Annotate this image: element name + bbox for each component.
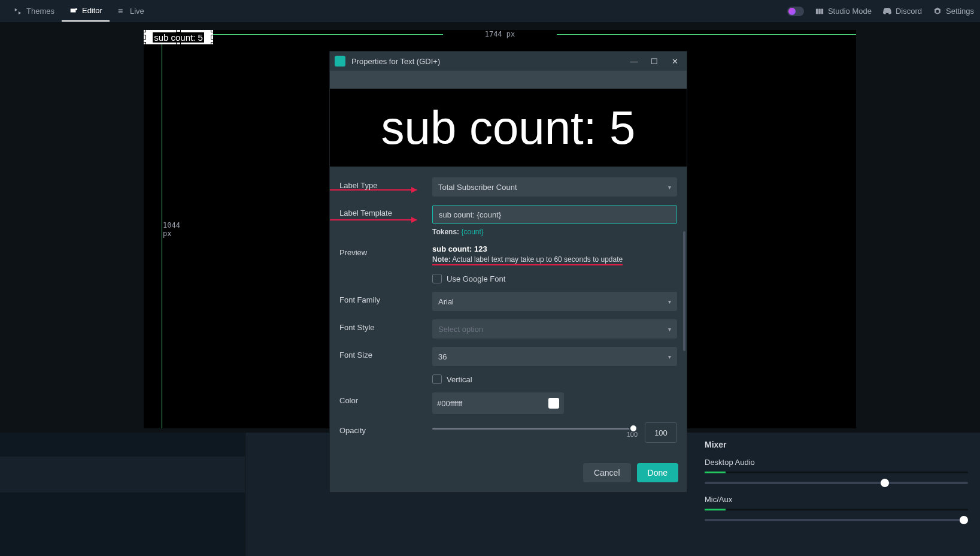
ruler-vertical: 1044 px (144, 30, 180, 428)
resize-handle[interactable] (144, 35, 146, 40)
live-icon (117, 7, 126, 16)
close-button[interactable]: ✕ (668, 57, 682, 66)
dialog-title: Properties for Text (GDI+) (351, 57, 621, 66)
source-text-gdi[interactable]: sub count: 5 (144, 30, 213, 44)
color-input[interactable]: #00ffffff (432, 392, 564, 414)
svg-rect-5 (818, 8, 821, 14)
font-family-label: Font Family (339, 292, 432, 304)
nav-discord[interactable]: Discord (882, 4, 922, 19)
chevron-down-icon: ▾ (668, 298, 671, 305)
dialog-scrollbar[interactable] (683, 231, 685, 351)
nav-studio-label: Studio Mode (828, 7, 872, 16)
opacity-max-label: 100 (432, 431, 638, 438)
app-icon (335, 56, 345, 67)
resize-handle[interactable] (211, 42, 213, 44)
preview-value: sub count: 123 (432, 244, 677, 253)
label-type-select[interactable]: Total Subscriber Count ▾ (432, 177, 677, 197)
resize-handle[interactable] (176, 42, 181, 44)
mixer-track-name: Mic/Aux (705, 495, 968, 504)
slider-thumb[interactable] (629, 424, 638, 433)
dialog-footer: Cancel Done (330, 456, 687, 492)
svg-rect-0 (71, 8, 76, 12)
editor-icon (69, 6, 78, 16)
resize-handle[interactable] (176, 30, 181, 32)
nav-editor[interactable]: Editor (62, 1, 110, 22)
dialog-body: Label Type Total Subscriber Count ▾ Labe… (330, 167, 687, 456)
label-type-label: Label Type (339, 177, 432, 190)
maximize-button[interactable]: ☐ (647, 57, 662, 66)
nav-discord-label: Discord (896, 7, 922, 16)
nav-studio-mode[interactable]: Studio Mode (815, 4, 872, 19)
cancel-button[interactable]: Cancel (583, 463, 631, 482)
source-text-content: sub count: 5 (153, 32, 204, 43)
google-font-checkbox[interactable] (432, 274, 442, 283)
resize-handle[interactable] (144, 30, 146, 32)
mixer-track-name: Desktop Audio (705, 458, 968, 467)
nav-live-label: Live (130, 7, 144, 16)
mixer-title: Mixer (705, 440, 968, 449)
ruler-horizontal: 1744 px (144, 30, 856, 38)
color-swatch[interactable] (548, 398, 559, 409)
opacity-label: Opacity (339, 422, 432, 435)
canvas-width-label: 1744 px (485, 30, 515, 38)
font-style-label: Font Style (339, 319, 432, 332)
font-size-label: Font Size (339, 347, 432, 359)
preview-label: Preview (339, 244, 432, 257)
mixer-track-desktop: Desktop Audio (705, 458, 968, 484)
svg-rect-6 (821, 8, 824, 14)
nav-editor-label: Editor (82, 6, 102, 15)
mixer-track-mic: Mic/Aux (705, 495, 968, 521)
font-style-select[interactable]: Select option ▾ (432, 319, 677, 339)
font-family-value: Arial (438, 297, 454, 306)
resize-handle[interactable] (211, 30, 213, 32)
audio-meter (705, 509, 968, 510)
themes-icon (13, 7, 23, 16)
studio-mode-icon (815, 7, 824, 16)
color-label: Color (339, 392, 432, 405)
annotation-arrow (330, 219, 417, 220)
vertical-checkbox[interactable] (432, 374, 442, 384)
minimize-button[interactable]: — (627, 57, 641, 66)
canvas-height-label: 1044 px (163, 221, 180, 238)
properties-dialog: Properties for Text (GDI+) — ☐ ✕ sub cou… (329, 51, 687, 492)
chevron-down-icon: ▾ (668, 326, 671, 333)
toggle-switch[interactable] (787, 7, 804, 16)
nav-settings-label: Settings (946, 7, 974, 16)
google-font-label: Use Google Font (447, 274, 505, 283)
label-template-input[interactable] (432, 205, 677, 224)
dialog-toolbar (330, 71, 687, 89)
nav-themes[interactable]: Themes (6, 2, 62, 21)
font-size-select[interactable]: 36 ▾ (432, 347, 677, 366)
volume-slider[interactable] (705, 482, 968, 484)
font-family-select[interactable]: Arial ▾ (432, 292, 677, 311)
dialog-titlebar[interactable]: Properties for Text (GDI+) — ☐ ✕ (330, 52, 687, 71)
label-template-label: Label Template (339, 205, 432, 217)
resize-handle[interactable] (144, 42, 146, 44)
svg-rect-4 (816, 8, 818, 14)
volume-slider[interactable] (705, 519, 968, 521)
opacity-input[interactable] (645, 422, 677, 443)
preview-text-large: sub count: 5 (381, 101, 636, 155)
discord-icon (882, 7, 892, 16)
note-text: Actual label text may take up to 60 seco… (452, 255, 623, 264)
top-nav: Themes Editor Live Studio Mode Di (0, 0, 980, 23)
nav-left: Themes Editor Live (6, 1, 151, 22)
nav-settings[interactable]: Settings (933, 4, 974, 19)
opacity-slider[interactable] (432, 428, 638, 430)
tokens-value: {count} (461, 228, 483, 236)
tokens-label: Tokens: (432, 228, 459, 236)
scenes-panel (0, 433, 245, 556)
note-label: Note: (432, 255, 451, 264)
gear-icon (933, 7, 942, 16)
dialog-preview: sub count: 5 (330, 89, 687, 167)
label-type-value: Total Subscriber Count (438, 183, 517, 192)
resize-handle[interactable] (211, 35, 213, 40)
font-size-value: 36 (438, 352, 447, 361)
done-button[interactable]: Done (637, 463, 678, 482)
mixer-panel: Mixer Desktop Audio Mic/Aux (693, 433, 980, 556)
svg-point-1 (75, 8, 78, 10)
chevron-down-icon: ▾ (668, 184, 671, 191)
color-value: #00ffffff (437, 399, 542, 408)
font-style-placeholder: Select option (438, 325, 483, 334)
nav-live[interactable]: Live (110, 2, 151, 21)
